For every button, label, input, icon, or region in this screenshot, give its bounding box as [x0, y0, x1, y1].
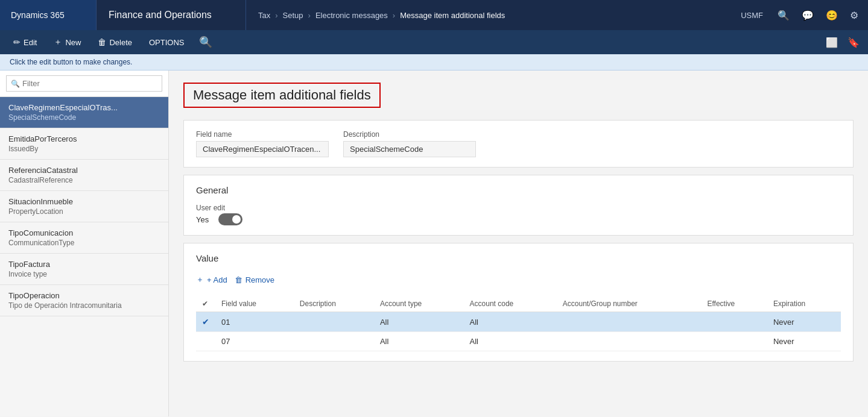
sidebar-item-title-1: EmitidaPorTerceros — [8, 134, 160, 143]
delete-button[interactable]: 🗑 Delete — [90, 33, 139, 52]
col-check: ✔ — [196, 296, 215, 312]
row1-check — [196, 332, 215, 351]
page-title-box: Message item additional fields — [183, 83, 381, 108]
sidebar-item-title-3: SituacionInmueble — [8, 197, 160, 206]
options-button[interactable]: OPTIONS — [142, 33, 192, 52]
col-account-code: Account code — [464, 296, 557, 312]
new-button[interactable]: ＋ New — [46, 33, 88, 52]
value-section: Value ＋ + Add 🗑 Remove ✔ Field value Des… — [183, 243, 854, 362]
user-edit-toggle[interactable] — [218, 213, 242, 225]
new-icon: ＋ — [54, 37, 62, 48]
user-edit-group: User edit Yes — [196, 204, 841, 225]
sidebar-item-0[interactable]: ClaveRegimenEspecialOTras... SpecialSche… — [0, 97, 168, 128]
sidebar-item-1[interactable]: EmitidaPorTerceros IssuedBy — [0, 128, 168, 160]
add-button[interactable]: ＋ + Add — [196, 272, 227, 287]
remove-button[interactable]: 🗑 Remove — [235, 272, 274, 287]
sidebar-item-title-0: ClaveRegimenEspecialOTras... — [8, 103, 160, 112]
toolbar-search-icon[interactable]: 🔍 — [194, 33, 217, 51]
col-effective: Effective — [701, 296, 767, 312]
table-row[interactable]: ✔ 01 All All Never — [196, 312, 841, 332]
sidebar-item-2[interactable]: ReferenciaCatastral CadastralReference — [0, 160, 168, 191]
row1-expiration: Never — [767, 332, 841, 351]
field-name-field: Field name ClaveRegimenEspecialOTracen..… — [196, 130, 329, 157]
value-toolbar: ＋ + Add 🗑 Remove — [196, 272, 841, 287]
page-title: Message item additional fields — [193, 87, 371, 102]
breadcrumb-setup[interactable]: Setup — [283, 11, 303, 20]
row0-expiration: Never — [767, 312, 841, 332]
row0-field-value: 01 — [215, 312, 294, 332]
row1-account-type: All — [374, 332, 464, 351]
sidebar-item-sub-3: PropertyLocation — [8, 207, 160, 216]
col-account-group: Account/Group number — [557, 296, 702, 312]
app-name-label: Finance and Operations — [109, 10, 212, 20]
sidebar-item-sub-0: SpecialSchemeCode — [8, 113, 160, 122]
sidebar-item-sub-1: IssuedBy — [8, 145, 160, 153]
brand-label: Dynamics 365 — [11, 10, 65, 20]
sidebar-filter-container: 🔍 — [0, 71, 168, 97]
description-label: Description — [343, 130, 476, 139]
filter-input[interactable] — [6, 75, 162, 92]
row0-effective — [701, 312, 767, 332]
user-icon[interactable]: 😊 — [823, 7, 840, 24]
col-field-value: Field value — [215, 296, 294, 312]
row1-description — [294, 332, 374, 351]
row1-field-value: 07 — [215, 332, 294, 351]
edit-label: Edit — [24, 38, 37, 47]
general-section-header: General — [196, 185, 841, 195]
sidebar-list: ClaveRegimenEspecialOTras... SpecialSche… — [0, 97, 168, 416]
office-icon[interactable]: ⬜ — [823, 34, 840, 51]
form-row-1: Field name ClaveRegimenEspecialOTracen..… — [196, 130, 841, 157]
app-name: Finance and Operations — [97, 0, 246, 30]
field-name-label: Field name — [196, 130, 329, 139]
value-section-header: Value — [196, 253, 841, 263]
sidebar-item-sub-6: Tipo de Operación Intracomunitaria — [8, 301, 160, 310]
brand-logo[interactable]: Dynamics 365 — [0, 0, 97, 30]
sidebar-item-sub-4: CommunicationType — [8, 239, 160, 247]
sidebar-item-sub-2: CadastralReference — [8, 176, 160, 184]
sep3: › — [393, 11, 395, 20]
sidebar-item-title-4: TipoComunicacion — [8, 228, 160, 237]
search-icon[interactable]: 🔍 — [775, 7, 792, 24]
value-table: ✔ Field value Description Account type A… — [196, 296, 841, 351]
delete-icon: 🗑 — [98, 37, 106, 47]
field-name-value[interactable]: ClaveRegimenEspecialOTracen... — [196, 141, 329, 157]
filter-icon: 🔍 — [11, 80, 20, 88]
bookmark-icon[interactable]: 🔖 — [845, 34, 862, 51]
form-section-fields: Field name ClaveRegimenEspecialOTracen..… — [183, 120, 854, 168]
toolbar-right: ⬜ 🔖 — [823, 34, 862, 51]
main-layout: 🔍 ClaveRegimenEspecialOTras... SpecialSc… — [0, 71, 868, 416]
sidebar-item-4[interactable]: TipoComunicacion CommunicationType — [0, 222, 168, 254]
breadcrumb-tax[interactable]: Tax — [258, 11, 270, 20]
sidebar-item-5[interactable]: TipoFactura Invoice type — [0, 254, 168, 285]
table-header: ✔ Field value Description Account type A… — [196, 296, 841, 312]
user-edit-label: User edit — [196, 204, 841, 212]
row0-account-code: All — [464, 312, 557, 332]
info-bar: Click the edit button to make changes. — [0, 54, 868, 71]
breadcrumb-electronic[interactable]: Electronic messages — [315, 11, 388, 20]
settings-icon[interactable]: ⚙ — [847, 7, 861, 24]
add-label: + Add — [207, 275, 227, 284]
row0-account-group — [557, 312, 702, 332]
content-area: Message item additional fields Field nam… — [169, 71, 868, 416]
toggle-row: Yes — [196, 213, 841, 225]
filter-wrapper: 🔍 — [6, 75, 162, 92]
add-icon: ＋ — [196, 274, 204, 285]
sidebar-item-title-6: TipoOperacion — [8, 291, 160, 300]
row1-effective — [701, 332, 767, 351]
chat-icon[interactable]: 💬 — [799, 7, 816, 24]
description-field: Description SpecialSchemeCode — [343, 130, 476, 157]
sidebar-item-title-2: ReferenciaCatastral — [8, 166, 160, 175]
edit-button[interactable]: ✏ Edit — [6, 33, 44, 52]
org-label: USMF — [741, 11, 763, 20]
sidebar-item-6[interactable]: TipoOperacion Tipo de Operación Intracom… — [0, 285, 168, 316]
sidebar-item-title-5: TipoFactura — [8, 260, 160, 269]
description-value[interactable]: SpecialSchemeCode — [343, 141, 476, 157]
table-row[interactable]: 07 All All Never — [196, 332, 841, 351]
col-description: Description — [294, 296, 374, 312]
new-label: New — [65, 38, 81, 47]
sidebar-item-3[interactable]: SituacionInmueble PropertyLocation — [0, 191, 168, 222]
row0-account-type: All — [374, 312, 464, 332]
info-message: Click the edit button to make changes. — [10, 58, 132, 66]
table-header-row: ✔ Field value Description Account type A… — [196, 296, 841, 312]
user-edit-value: Yes — [196, 215, 209, 224]
